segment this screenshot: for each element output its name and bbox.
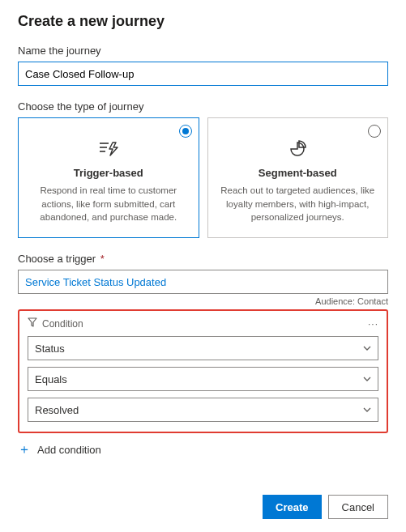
radio-segment[interactable] (368, 125, 381, 138)
condition-more-icon[interactable]: ··· (368, 318, 378, 330)
condition-operator-select[interactable]: Equals (28, 367, 378, 391)
cancel-button[interactable]: Cancel (328, 495, 388, 519)
condition-operator-value: Equals (35, 373, 67, 385)
condition-attribute-value: Status (35, 343, 65, 355)
add-condition-button[interactable]: ＋ Add condition (18, 441, 388, 458)
lightning-lines-icon (97, 139, 120, 159)
type-title-segment: Segment-based (220, 167, 377, 179)
name-label: Name the journey (18, 45, 388, 57)
required-asterisk: * (100, 253, 105, 265)
trigger-label: Choose a trigger * (18, 253, 388, 265)
condition-value-value: Resolved (35, 404, 79, 416)
type-desc-segment: Reach out to targeted audiences, like lo… (220, 184, 377, 224)
add-condition-label: Add condition (37, 444, 101, 456)
plus-icon: ＋ (18, 443, 31, 456)
chevron-down-icon (363, 406, 371, 414)
type-label: Choose the type of journey (18, 100, 388, 113)
condition-header-label: Condition (42, 318, 83, 330)
type-card-trigger[interactable]: Trigger-based Respond in real time to cu… (18, 117, 199, 238)
page-title: Create a new journey (18, 13, 388, 30)
audience-info: Audience: Contact (18, 296, 388, 306)
condition-panel: Condition ··· Status Equals Resolved (18, 309, 388, 433)
trigger-select[interactable]: Service Ticket Status Updated (18, 270, 388, 294)
type-desc-trigger: Respond in real time to customer actions… (30, 184, 187, 224)
condition-attribute-select[interactable]: Status (28, 336, 378, 360)
type-title-trigger: Trigger-based (30, 167, 187, 179)
trigger-value: Service Ticket Status Updated (25, 276, 166, 288)
create-button[interactable]: Create (263, 495, 321, 519)
chevron-down-icon (363, 344, 371, 352)
condition-value-select[interactable]: Resolved (28, 398, 378, 422)
chevron-down-icon (363, 375, 371, 383)
journey-name-input[interactable] (18, 62, 388, 86)
pie-chart-icon (286, 139, 309, 159)
radio-trigger[interactable] (179, 125, 192, 138)
filter-icon (28, 317, 37, 330)
type-card-segment[interactable]: Segment-based Reach out to targeted audi… (207, 117, 389, 238)
